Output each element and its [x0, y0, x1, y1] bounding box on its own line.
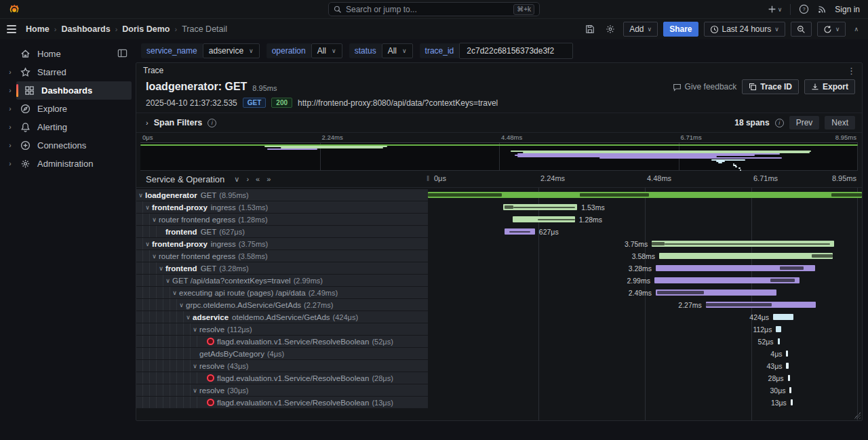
sidebar-expand-icon[interactable]: › — [4, 68, 16, 76]
span-collapse-icon[interactable]: ∨ — [150, 253, 159, 260]
span-collapse-icon[interactable]: ∨ — [143, 204, 152, 211]
span-bar[interactable] — [786, 363, 788, 369]
span-row[interactable]: ∨frontend-proxyingress(1.53ms)1.53ms — [136, 201, 862, 214]
span-bar[interactable] — [789, 387, 791, 393]
span-bar[interactable] — [503, 204, 577, 210]
span-name-cell[interactable]: ∨frontend-proxyingress(1.53ms) — [136, 201, 428, 214]
span-bar[interactable] — [778, 338, 781, 344]
time-range-picker[interactable]: Last 24 hours∨ — [704, 22, 785, 37]
give-feedback-button[interactable]: Give feedback — [673, 82, 737, 92]
span-name-cell[interactable]: flagd.evaluation.v1.Service/ResolveBoole… — [136, 397, 428, 409]
dashboard-settings-button[interactable] — [603, 22, 618, 37]
span-row[interactable]: flagd.evaluation.v1.Service/ResolveBoole… — [136, 397, 862, 409]
span-name-cell[interactable]: frontendGET(627μs) — [136, 226, 428, 238]
span-bar[interactable] — [786, 351, 788, 357]
sidebar-item-home[interactable]: Home — [4, 45, 132, 63]
sidebar-expand-icon[interactable]: › — [4, 142, 16, 149]
column-resize-handle[interactable]: ‖ — [427, 175, 429, 182]
span-bar[interactable] — [505, 228, 535, 235]
sidebar-expand-icon[interactable]: › — [4, 105, 16, 113]
sidebar-expand-icon[interactable]: › — [4, 87, 16, 94]
filter-value-input[interactable] — [465, 45, 567, 56]
span-row[interactable]: frontendGET(627μs)627μs — [136, 226, 862, 238]
refresh-button[interactable]: ∨ — [817, 22, 846, 37]
span-bar[interactable] — [773, 314, 793, 320]
span-name-cell[interactable]: ∨resolve(43μs) — [136, 360, 428, 372]
sidebar-expand-icon[interactable]: › — [4, 123, 16, 131]
trace-id-button[interactable]: Trace ID — [742, 79, 799, 94]
span-row[interactable]: ∨adserviceoteldemo.AdService/GetAds(424μ… — [136, 311, 862, 323]
span-row[interactable]: ∨resolve(30μs)30μs — [136, 384, 862, 397]
span-row[interactable]: ∨resolve(112μs)112μs — [136, 323, 862, 336]
filter-value-dropdown[interactable]: All∨ — [311, 43, 342, 58]
span-collapse-icon[interactable]: ∨ — [163, 277, 172, 284]
span-bar[interactable] — [656, 289, 776, 296]
span-collapse-icon[interactable]: ∨ — [191, 326, 199, 333]
filter-value-dropdown[interactable]: All∨ — [382, 43, 413, 58]
sidebar-item-alerting[interactable]: ›Alerting — [4, 118, 132, 136]
span-row[interactable]: flagd.evaluation.v1.Service/ResolveBoole… — [136, 336, 862, 348]
span-collapse-icon[interactable]: ∨ — [191, 387, 199, 394]
breadcrumb-item[interactable]: Home — [26, 24, 50, 34]
minimap-canvas[interactable] — [140, 142, 858, 171]
span-name-cell[interactable]: ∨grpc.oteldemo.AdService/GetAds(2.27ms) — [136, 299, 428, 311]
panel-resize-grip[interactable] — [854, 412, 861, 419]
span-row[interactable]: ∨loadgeneratorGET(8.95ms) — [136, 189, 862, 201]
sidebar-item-connections[interactable]: ›Connections — [4, 136, 132, 155]
span-row[interactable]: ∨grpc.oteldemo.AdService/GetAds(2.27ms)2… — [136, 299, 862, 311]
span-name-cell[interactable]: ∨frontend-proxyingress(3.75ms) — [136, 238, 428, 250]
span-bar[interactable] — [428, 192, 862, 198]
sidebar-item-dashboards[interactable]: ›Dashboards — [4, 81, 132, 100]
span-bar[interactable] — [654, 277, 800, 283]
sidebar-item-explore[interactable]: ›Explore — [4, 100, 132, 118]
panel-menu-icon[interactable]: ⋮ — [847, 66, 856, 76]
breadcrumb-item[interactable]: Doris Demo — [122, 24, 170, 34]
span-row[interactable]: ∨router frontend egress(3.58ms)3.58ms — [136, 250, 862, 262]
zoom-out-time-button[interactable] — [791, 22, 812, 37]
span-bar[interactable] — [776, 326, 781, 332]
span-name-cell[interactable]: ∨resolve(30μs) — [136, 384, 428, 397]
collapse-all-icon[interactable]: « — [256, 175, 260, 184]
span-filters-expand-icon[interactable]: › — [146, 119, 149, 127]
span-bar[interactable] — [659, 253, 833, 259]
span-collapse-icon[interactable]: ∨ — [177, 302, 186, 308]
span-row[interactable]: ∨executing api route (pages) /api/data(2… — [136, 287, 862, 299]
span-name-cell[interactable]: flagd.evaluation.v1.Service/ResolveBoole… — [136, 372, 428, 384]
span-row[interactable]: flagd.evaluation.v1.Service/ResolveBoole… — [136, 372, 862, 384]
mega-menu-toggle[interactable] — [7, 25, 16, 33]
news-rss-button[interactable] — [817, 5, 827, 14]
sidebar-item-administration[interactable]: ›Administration — [4, 155, 132, 173]
prev-span-button[interactable]: Prev — [789, 116, 820, 129]
expand-all-icon[interactable]: » — [267, 175, 271, 184]
span-name-cell[interactable]: flagd.evaluation.v1.Service/ResolveBoole… — [136, 336, 428, 348]
span-bar[interactable] — [652, 241, 833, 247]
span-name-cell[interactable]: ∨resolve(112μs) — [136, 323, 428, 336]
span-collapse-icon[interactable]: ∨ — [143, 241, 152, 247]
span-row[interactable]: ∨GET /api/data?contextKeys=travel(2.99ms… — [136, 275, 862, 287]
span-collapse-icon[interactable]: ∨ — [170, 289, 179, 296]
span-collapse-icon[interactable]: ∨ — [150, 216, 159, 223]
span-row[interactable]: getAdsByCategory(4μs)4μs — [136, 348, 862, 360]
span-bar[interactable] — [656, 265, 815, 271]
span-row[interactable]: ∨resolve(43μs)43μs — [136, 360, 862, 372]
span-collapse-icon[interactable]: ∨ — [184, 314, 193, 321]
span-bar[interactable] — [513, 216, 575, 222]
add-panel-button[interactable]: Add∨ — [623, 22, 658, 37]
trace-minimap[interactable]: 0μs2.24ms4.48ms6.71ms8.95ms — [140, 133, 858, 171]
collapse-toolbar-button[interactable]: ∧ — [851, 22, 861, 37]
filter-value-dropdown[interactable]: adservice∨ — [203, 43, 260, 58]
search-input[interactable]: Search or jump to... ⌘+k — [328, 2, 540, 16]
share-button[interactable]: Share — [663, 22, 698, 37]
next-span-button[interactable]: Next — [825, 116, 855, 129]
sign-in-button[interactable]: Sign in — [835, 5, 860, 14]
span-name-cell[interactable]: ∨adserviceoteldemo.AdService/GetAds(424μ… — [136, 311, 428, 323]
new-menu-button[interactable]: ∨ — [768, 5, 783, 14]
span-bar[interactable] — [788, 375, 790, 381]
grafana-logo-icon[interactable] — [8, 3, 20, 16]
expand-one-icon[interactable]: › — [246, 175, 249, 184]
span-name-cell[interactable]: ∨loadgeneratorGET(8.95ms) — [136, 189, 428, 201]
span-row[interactable]: ∨frontend-proxyingress(3.75ms)3.75ms — [136, 238, 862, 250]
sidebar-expand-icon[interactable]: › — [4, 160, 16, 167]
span-collapse-icon[interactable]: ∨ — [157, 265, 165, 272]
export-button[interactable]: Export — [804, 79, 855, 94]
